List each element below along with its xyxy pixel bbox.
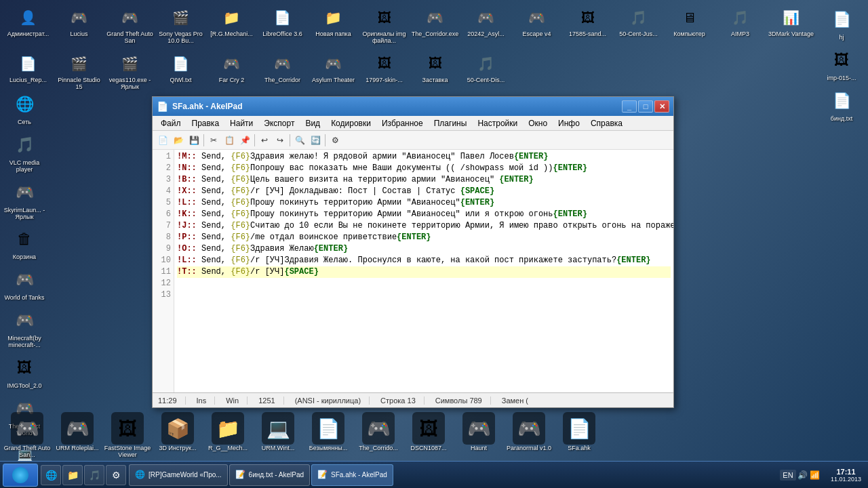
code-line-1: !M:: Send, {F6}Здравия желаю! Я рядовой … — [177, 151, 671, 163]
desktop-icon-top[interactable]: 📄QIWl.txt — [155, 47, 206, 94]
desktop-icon-top[interactable]: 🎮Asylum Theater — [308, 47, 359, 94]
desktop-icon-left[interactable]: 🗑Корзина — [0, 223, 49, 264]
desktop-icon-right[interactable]: 🖼imp-015-... — [817, 44, 866, 85]
code-line-8: !P:: Send, {F6}/me отдал воинское привет… — [177, 232, 671, 243]
desktop-icon-bottom[interactable]: 🎮Grand Theft Auto San... — [3, 412, 52, 458]
maximize-button[interactable]: □ — [638, 100, 653, 113]
bottom-icon-label: 3D Инструк... — [159, 445, 197, 451]
tb-copy[interactable]: 📋 — [222, 133, 237, 148]
desktop-icon-top[interactable]: 🎮Lucius — [54, 1, 104, 47]
desktop-icon-top[interactable]: 🎬Sony Vegas Pro 10.0 Bu... — [155, 1, 206, 47]
desktop-icon-bottom[interactable]: 🖼DSCN1087... — [404, 412, 453, 458]
close-button[interactable]: ✕ — [654, 100, 669, 113]
task-icon: 📝 — [235, 470, 246, 481]
taskbar-ie-icon[interactable]: 🌐 — [41, 465, 61, 485]
desktop-icon-top[interactable]: 🖼Оригиналы img файла... — [359, 1, 410, 47]
menu-item-справка[interactable]: Справка — [585, 117, 628, 129]
editor-content[interactable]: !M:: Send, {F6}Здравия желаю! Я рядовой … — [174, 150, 673, 392]
desktop-icon-bottom[interactable]: 📄SFa.ahk — [555, 412, 604, 458]
line-number-3: 3 — [153, 174, 174, 186]
desktop-icon-top[interactable]: 📊3DMark Vantage — [766, 1, 816, 47]
desktop-icon-bottom[interactable]: 🎮Haunt — [454, 412, 503, 458]
menu-item-инфо[interactable]: Инфо — [553, 117, 585, 129]
lang-indicator[interactable]: EN — [780, 470, 795, 481]
desktop-icon-bottom[interactable]: 🎮The_Corrido... — [354, 412, 403, 458]
menu-item-избранное[interactable]: Избранное — [376, 117, 429, 129]
status-code: 1251 — [258, 396, 283, 405]
menu-item-найти[interactable]: Найти — [224, 117, 258, 129]
desktop-icon-top[interactable]: 🎬Pinnacle Studio 15 — [54, 47, 104, 94]
desktop-icon-left[interactable]: 🎵VLC media player — [0, 129, 49, 176]
desktop-icon-bottom[interactable]: 🖼FastStone Image Viewer — [103, 412, 152, 458]
desktop-icon-top[interactable]: 🖼Заставка — [410, 47, 460, 94]
bottom-icon-img: 🖼 — [111, 412, 144, 445]
desktop-icon-top[interactable]: 🖥Компьютер — [664, 1, 715, 47]
desktop-icon-top[interactable]: 📁Новая папка — [308, 1, 359, 47]
desktop-icon-bottom[interactable]: 🎮Paranormal v1.0 — [505, 412, 553, 458]
desktop-icon-top[interactable]: 🎬vegas110.exe - Ярлык — [104, 47, 155, 94]
menu-item-окно[interactable]: Окно — [523, 117, 553, 129]
tb-save[interactable]: 💾 — [186, 133, 201, 148]
menu-item-правка[interactable]: Правка — [186, 117, 225, 129]
bottom-icon-img: 💻 — [262, 412, 294, 445]
desktop-icon-bottom[interactable]: 🎮URM Roleplai... — [53, 412, 102, 458]
desktop-icon-left[interactable]: 🎮SkyrimLaun... - Ярлык — [0, 176, 49, 224]
desktop-icon-top[interactable]: 👤Администрат... — [3, 1, 54, 47]
tb-find[interactable]: 🔍 — [292, 133, 307, 148]
tb-redo[interactable]: ↪ — [273, 133, 288, 148]
tb-new[interactable]: 📄 — [155, 133, 170, 148]
desktop-icon-top[interactable]: 📁[R.G.Mechani... — [206, 1, 257, 47]
tb-settings[interactable]: ⚙ — [328, 133, 342, 148]
taskbar-task[interactable]: 📝SFa.ahk - AkelPad — [311, 464, 393, 486]
desktop-icon-right[interactable]: 📄бинд.txt — [817, 85, 866, 125]
taskbar-media-icon[interactable]: 🎵 — [84, 465, 104, 485]
bottom-icon-label: Haunt — [471, 445, 487, 451]
desktop-icon-left[interactable]: 🎮World of Tanks — [0, 264, 49, 304]
taskbar: 🌐 📁 🎵 ⚙ 🌐[RP]GameWorld «Про...📝6инд.txt … — [0, 461, 868, 488]
desktop-icon-bottom[interactable]: 📁R_G__Mech... — [203, 412, 252, 458]
tb-undo[interactable]: ↩ — [257, 133, 272, 148]
menu-item-вид[interactable]: Вид — [300, 117, 326, 129]
desktop-icon-top[interactable]: 🎮The_Corridor.exe — [410, 1, 460, 47]
desktop-icon-top[interactable]: 🎵AIMP3 — [715, 1, 766, 47]
desktop-icon-top[interactable]: 🎵50-Cent-Dis... — [460, 47, 511, 94]
menu-item-кодировки[interactable]: Кодировки — [326, 117, 376, 129]
desktop-icon-bottom[interactable]: 💻URM.Wint... — [254, 412, 302, 458]
desktop-icon-top[interactable]: 🖼17997-skin-... — [359, 47, 410, 94]
taskbar-task[interactable]: 🌐[RP]GameWorld «Про... — [129, 464, 228, 486]
menu-item-настройки[interactable]: Настройки — [472, 117, 523, 129]
start-button[interactable] — [3, 464, 38, 487]
taskbar-explorer-icon[interactable]: 📁 — [62, 465, 83, 485]
menu-item-экспорт[interactable]: Экспорт — [258, 117, 300, 129]
code-line-13 — [177, 289, 671, 301]
desktop-icon-top[interactable]: 🖼17585-sand... — [562, 1, 613, 47]
desktop-icon-left[interactable]: 🖼IMGTool_2.0 — [0, 352, 49, 392]
tb-paste[interactable]: 📌 — [237, 133, 252, 148]
systray-icons: 🔊 📶 — [797, 470, 820, 480]
desktop-icon-top[interactable]: 🎵50-Cent-Jus... — [613, 1, 664, 47]
desktop-icon-left[interactable]: 🌐Сеть — [0, 88, 49, 129]
desktop-icon-right[interactable]: 📄hj — [817, 3, 866, 44]
menu-item-плагины[interactable]: Плагины — [429, 117, 473, 129]
code-line-6: !K:: Send, {F6}Прошу покинуть территорию… — [177, 209, 671, 220]
desktop-icon-top[interactable]: 📄Lucius_Rep... — [3, 47, 54, 94]
desktop-icon-bottom[interactable]: 📄Безымянны... — [304, 412, 353, 458]
desktop-icon-bottom[interactable]: 📦3D Инструк... — [153, 412, 202, 458]
tb-replace[interactable]: 🔄 — [308, 133, 323, 148]
desktop-icon-top[interactable]: 🎮Grand Theft Auto San — [104, 1, 155, 47]
tb-open[interactable]: 📂 — [171, 133, 186, 148]
taskbar-clock[interactable]: 17:11 11.01.2013 — [827, 468, 865, 483]
desktop-icon-top[interactable]: 🎮20242_Asyl... — [460, 1, 511, 47]
desktop-icon-top[interactable]: 📄LibreOffice 3.6 — [257, 1, 308, 47]
desktop-icon-label: The_Corridor.exe — [412, 31, 459, 38]
desktop-icon-top[interactable]: 🎮Far Cry 2 — [206, 47, 257, 94]
minimize-button[interactable]: _ — [622, 100, 637, 113]
tb-cut[interactable]: ✂ — [206, 133, 221, 148]
tb-sep4 — [325, 134, 326, 146]
desktop-icon-top[interactable]: 🎮The_Corridor — [257, 47, 308, 94]
menu-item-файл[interactable]: Файл — [155, 117, 186, 129]
desktop-icon-left[interactable]: 🎮Minecraft(by minecraft-... — [0, 304, 49, 352]
taskbar-misc-icon[interactable]: ⚙ — [106, 465, 126, 485]
taskbar-task[interactable]: 📝6инд.txt - AkelPad — [229, 464, 310, 486]
desktop-icon-top[interactable]: 🎮Escape v4 — [511, 1, 562, 47]
